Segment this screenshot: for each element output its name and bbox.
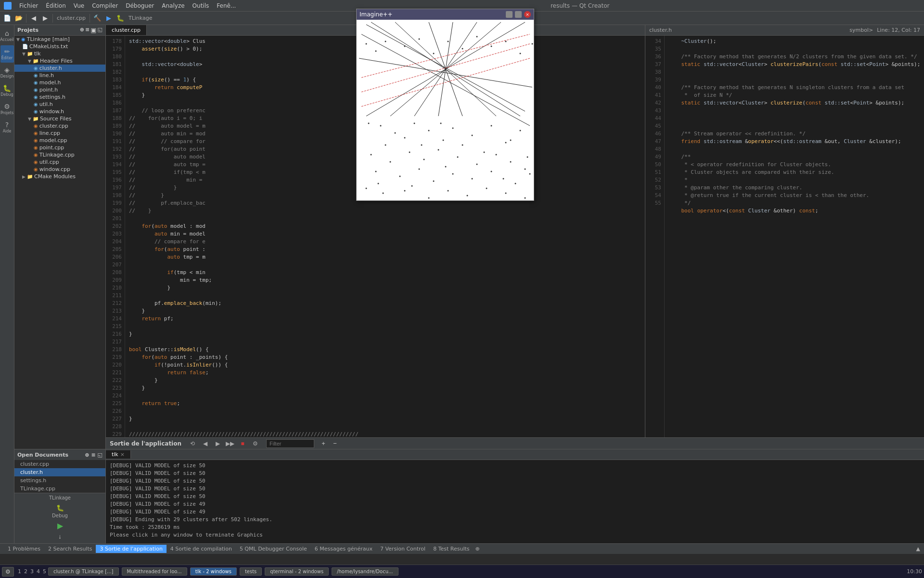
workspace-3[interactable]: 3 [30, 568, 34, 575]
back-btn[interactable]: ◀ [28, 13, 39, 24]
subtab-close[interactable]: × [120, 451, 125, 458]
tree-item-line-h[interactable]: ◉ line.h [14, 72, 105, 79]
tree-item-header-files[interactable]: ▼ 📁 Header Files [14, 57, 105, 65]
status-tab-search[interactable]: 2 Search Results [44, 545, 96, 553]
filetree-btn-3[interactable]: ▣ [90, 26, 96, 34]
symbol-selector[interactable]: symbol> [849, 27, 873, 33]
workspace-4[interactable]: 4 [37, 568, 40, 575]
menu-fichier[interactable]: Fichier [15, 1, 42, 10]
status-tab-sortie-app[interactable]: 3 Sortie de l'application [96, 545, 166, 553]
imagine-canvas[interactable] [357, 20, 534, 200]
tree-item-util-cpp[interactable]: ◉ util.cpp [14, 158, 105, 166]
tree-item-point-cpp[interactable]: ◉ point.cpp [14, 144, 105, 151]
filetree-btn-2[interactable]: ≡ [85, 26, 90, 34]
tree-item-window-cpp[interactable]: ◉ window.cpp [14, 166, 105, 173]
statusbar-expand-btn[interactable]: ▲ [916, 546, 920, 552]
open-docs-btn-1[interactable]: ⊕ [85, 452, 89, 458]
open-docs-btn-2[interactable]: ≡ [91, 452, 95, 458]
play-btn[interactable]: ▶ [55, 520, 65, 531]
bottom-content-area[interactable]: [DEBUG] VALID MODEL of size 50 [DEBUG] V… [106, 460, 924, 543]
bottom-btn-1[interactable]: ⟲ [187, 438, 198, 449]
taskbar-home[interactable]: /home/lysandre/Docu... [332, 567, 398, 576]
stop-btn[interactable]: ■ [237, 438, 248, 449]
tab-cluster-cpp[interactable]: cluster.cpp [106, 25, 147, 35]
open-docs-btn-3[interactable]: ◱ [98, 452, 103, 458]
project-label: TLinkage [128, 15, 153, 21]
taskbar-cluster-h[interactable]: cluster.h @ TLinkage [...] [48, 567, 119, 576]
open-doc-tlinkage-cpp[interactable]: TLinkage.cpp [14, 485, 105, 493]
filter-input[interactable] [266, 439, 314, 448]
debug-run-btn[interactable]: 🐛 [55, 502, 65, 513]
taskbar-tests[interactable]: tests [240, 567, 262, 576]
imagine-minimize-btn[interactable] [506, 11, 513, 18]
debug-btn[interactable]: 🐛 [115, 13, 126, 24]
workspace-5[interactable]: 5 [43, 568, 46, 575]
forward-btn[interactable]: ▶ [40, 13, 51, 24]
run-btn[interactable]: ▶ [103, 13, 114, 24]
filetree-scroll[interactable]: ▼ ◉ TLinkage [main] 📄 CMakeLists.txt ▼ 📁 [14, 36, 105, 449]
menu-outils[interactable]: Outils [189, 1, 213, 10]
bottom-btn-4[interactable]: ▶▶ [225, 438, 235, 449]
status-tab-qml[interactable]: 5 QML Debugger Console [236, 545, 311, 553]
filetree-btn-4[interactable]: ◱ [98, 26, 103, 34]
svg-point-59 [378, 183, 379, 184]
tree-item-line-cpp[interactable]: ◉ line.cpp [14, 130, 105, 137]
tree-item-model-h[interactable]: ◉ model.h [14, 79, 105, 86]
workspace-1[interactable]: 1 [18, 568, 21, 575]
step-btn[interactable]: ↓ [55, 531, 65, 541]
add-tab-btn[interactable]: + [318, 438, 329, 449]
workspace-2[interactable]: 2 [24, 568, 27, 575]
tree-item-source-files[interactable]: ▼ 📁 Source Files [14, 115, 105, 122]
tree-item-cmake-modules[interactable]: ▶ 📁 CMake Modules [14, 173, 105, 180]
taskbar-qterminal[interactable]: qterminal - 2 windows [265, 567, 329, 576]
sidebar-projects-btn[interactable]: ⚙ Projets [0, 100, 14, 118]
bottom-btn-2[interactable]: ◀ [200, 438, 210, 449]
tree-item-window-h[interactable]: ◉ window.h [14, 108, 105, 115]
imagine-maximize-btn[interactable] [515, 11, 522, 18]
status-tab-version[interactable]: 7 Version Control [376, 545, 429, 553]
open-btn[interactable]: 📂 [13, 13, 24, 24]
tree-item-tlinkage-cpp[interactable]: ◉ TLinkage.cpp [14, 151, 105, 158]
sidebar-welcome-btn[interactable]: ⌂ Accueil [0, 27, 14, 44]
sidebar-edit-btn[interactable]: ✏ Éditer [0, 45, 14, 63]
menu-analyze[interactable]: Analyze [158, 1, 188, 10]
menu-debugger[interactable]: Déboguer [122, 1, 158, 10]
sidebar-design-btn[interactable]: ◈ Design [0, 64, 14, 81]
taskbar-settings-btn[interactable]: ⚙ [2, 567, 14, 577]
tree-item-model-cpp[interactable]: ◉ model.cpp [14, 137, 105, 144]
right-code-text[interactable]: ~Cluster(); /** Factory method that gene… [665, 36, 924, 437]
status-tab-problemes[interactable]: 1 Problèmes [4, 545, 44, 553]
tree-item-cluster-h[interactable]: ◉ cluster.h [14, 65, 105, 72]
taskbar-tlk[interactable]: tlk - 2 windows [190, 567, 237, 576]
imagine-close-btn[interactable]: × [524, 11, 531, 18]
menu-fenetre[interactable]: Fenê... [213, 1, 240, 10]
menu-edition[interactable]: Édition [42, 1, 70, 10]
tree-item-cmake[interactable]: 📄 CMakeLists.txt [14, 43, 105, 50]
tree-item-util-h[interactable]: ◉ util.h [14, 101, 105, 108]
tree-item-cluster-cpp[interactable]: ◉ cluster.cpp [14, 122, 105, 130]
remove-tab-btn[interactable]: − [330, 438, 340, 449]
open-doc-cluster-h[interactable]: cluster.h [14, 468, 105, 476]
status-tab-messages[interactable]: 6 Messages généraux [311, 545, 376, 553]
settings-btn[interactable]: ⚙ [250, 438, 260, 449]
new-file-btn[interactable]: 📄 [2, 13, 13, 24]
tree-item-tlk[interactable]: ▼ 📁 tlk [14, 50, 105, 57]
status-tab-tests[interactable]: 8 Test Results [429, 545, 473, 553]
menu-vue[interactable]: Vue [70, 1, 88, 10]
right-code-content[interactable]: 3435363738 3940414243 4445464748 4950515… [645, 36, 924, 437]
more-tabs-btn[interactable]: ⊕ [475, 546, 480, 552]
open-doc-cluster-cpp[interactable]: cluster.cpp [14, 460, 105, 468]
build-btn[interactable]: 🔨 [92, 13, 103, 24]
tree-item-settings-h[interactable]: ◉ settings.h [14, 93, 105, 101]
menu-compiler[interactable]: Compiler [88, 1, 122, 10]
filetree-btn-1[interactable]: ⊕ [80, 26, 84, 34]
sidebar-debug-btn[interactable]: 🐛 Debug [0, 82, 14, 99]
sidebar-help-btn[interactable]: ? Aide [0, 118, 14, 136]
tree-item-tlinkage[interactable]: ▼ ◉ TLinkage [main] [14, 36, 105, 43]
subtab-tlk[interactable]: tlk × [106, 450, 131, 459]
taskbar-multithreaded[interactable]: Multithreaded for loo... [122, 567, 187, 576]
tree-item-point-h[interactable]: ◉ point.h [14, 86, 105, 93]
bottom-btn-3[interactable]: ▶ [212, 438, 223, 449]
status-tab-sortie-comp[interactable]: 4 Sortie de compilation [167, 545, 236, 553]
open-doc-settings-h[interactable]: settings.h [14, 476, 105, 485]
